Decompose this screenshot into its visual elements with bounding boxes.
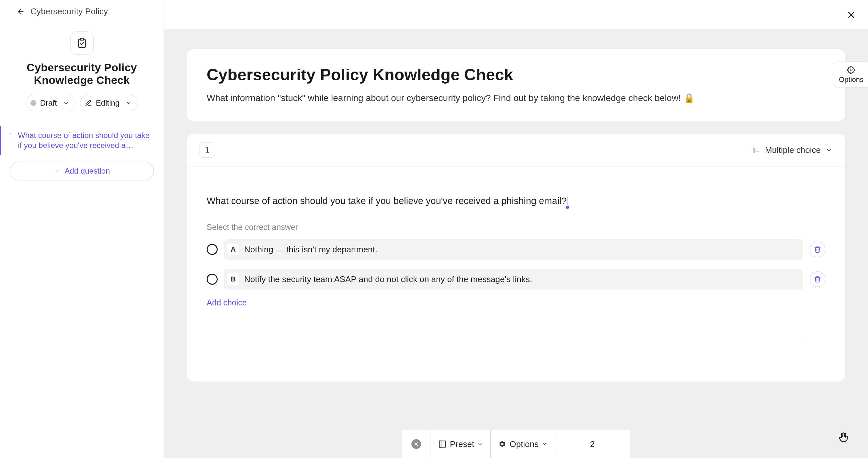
choice-correct-radio[interactable] — [207, 244, 218, 255]
add-question-label: Add question — [64, 166, 110, 176]
add-choice-button[interactable]: Add choice — [207, 298, 247, 307]
intro-card: Cybersecurity Policy Knowledge Check Wha… — [187, 49, 845, 121]
question-card-body: What course of action should you take if… — [187, 166, 845, 353]
delete-choice-button[interactable] — [810, 271, 825, 287]
chevron-down-icon — [542, 441, 547, 447]
close-icon — [846, 10, 856, 20]
canvas-scroll[interactable]: Cybersecurity Policy Knowledge Check Wha… — [164, 30, 868, 458]
hand-cursor-icon — [838, 431, 849, 445]
bottom-toolbar: Preset Options — [402, 430, 630, 458]
delete-choice-button[interactable] — [810, 242, 825, 257]
choice-row: B Notify the security team ASAP and do n… — [207, 269, 825, 289]
mode-dropdown[interactable]: Editing — [80, 95, 138, 111]
quiz-title: Cybersecurity Policy Knowledge Check — [6, 61, 157, 87]
intro-title[interactable]: Cybersecurity Policy Knowledge Check — [207, 65, 825, 84]
breadcrumb[interactable]: Cybersecurity Policy — [30, 6, 108, 17]
svg-rect-2 — [80, 38, 83, 40]
main-canvas: Cybersecurity Policy Knowledge Check Wha… — [164, 0, 868, 458]
question-text-input[interactable]: What course of action should you take if… — [207, 196, 825, 206]
toolbar-options-dropdown[interactable]: Options — [491, 430, 555, 458]
svg-rect-17 — [439, 441, 441, 447]
chevron-down-icon — [825, 146, 832, 154]
question-item-number: 1 — [9, 131, 12, 139]
toolbar-preset-dropdown[interactable]: Preset — [430, 430, 491, 458]
frame-icon — [438, 440, 446, 448]
svg-point-13 — [850, 69, 852, 71]
gear-icon — [847, 66, 856, 74]
question-card: 1 1 2 3 Multiple choice What — [187, 134, 845, 381]
question-list-item[interactable]: 1 What course of action should you take … — [0, 126, 163, 155]
question-type-selector[interactable]: 1 2 3 Multiple choice — [753, 145, 832, 155]
close-button[interactable] — [845, 9, 857, 21]
plus-icon — [54, 167, 61, 175]
choice-text: Notify the security team ASAP and do not… — [244, 274, 532, 284]
choice-row: A Nothing — this isn't my department. — [207, 239, 825, 260]
status-dot-icon — [30, 100, 36, 106]
select-answer-label: Select the correct answer — [207, 222, 825, 232]
choice-input[interactable]: A Nothing — this isn't my department. — [224, 239, 803, 260]
options-tab[interactable]: Options — [834, 62, 868, 87]
toolbar-preset-label: Preset — [450, 439, 474, 449]
question-item-text: What course of action should you take if… — [18, 130, 154, 150]
status-dropdown[interactable]: Draft — [26, 95, 75, 111]
pencil-icon — [85, 99, 92, 106]
trash-icon — [814, 246, 821, 253]
sidebar-header: Cybersecurity Policy — [0, 0, 163, 22]
chevron-down-icon — [477, 441, 483, 447]
question-card-head: 1 1 2 3 Multiple choice — [187, 134, 845, 166]
choice-input[interactable]: B Notify the security team ASAP and do n… — [224, 269, 803, 289]
sidebar-meta: Cybersecurity Policy Knowledge Check Dra… — [0, 22, 163, 121]
question-list: 1 What course of action should you take … — [0, 126, 163, 155]
list-numbered-icon: 1 2 3 — [753, 146, 761, 154]
back-arrow-icon[interactable] — [16, 7, 25, 16]
main-topbar — [164, 0, 868, 30]
sidebar: Cybersecurity Policy Cybersecurity Polic… — [0, 0, 164, 458]
divider — [227, 340, 805, 340]
clipboard-check-icon — [70, 31, 94, 55]
question-number-badge: 1 — [199, 142, 215, 158]
status-pill-row: Draft Editing — [26, 95, 138, 111]
toolbar-options-label: Options — [509, 439, 538, 449]
close-circle-icon — [411, 439, 421, 449]
toolbar-page-input[interactable] — [555, 439, 630, 449]
question-type-label: Multiple choice — [765, 145, 821, 155]
trash-icon — [814, 276, 821, 283]
options-tab-label: Options — [839, 75, 864, 84]
text-caret-icon — [567, 197, 567, 205]
intro-description[interactable]: What information "stuck" while learning … — [207, 93, 825, 103]
question-text: What course of action should you take if… — [207, 196, 566, 206]
choice-letter: B — [227, 273, 239, 285]
gear-solid-icon — [498, 440, 506, 448]
toolbar-close-button[interactable] — [402, 430, 430, 458]
choice-letter: A — [227, 244, 239, 255]
status-label: Draft — [40, 98, 57, 108]
chevron-down-icon — [63, 100, 69, 106]
svg-rect-16 — [439, 441, 446, 447]
add-question-button[interactable]: Add question — [10, 162, 154, 180]
choice-text: Nothing — this isn't my department. — [244, 245, 377, 254]
toolbar-page-cell — [555, 430, 630, 458]
chevron-down-icon — [125, 100, 132, 106]
choice-correct-radio[interactable] — [207, 274, 218, 285]
svg-text:3: 3 — [753, 151, 755, 153]
choice-list: A Nothing — this isn't my department. B — [207, 239, 825, 289]
mode-label: Editing — [96, 98, 120, 108]
